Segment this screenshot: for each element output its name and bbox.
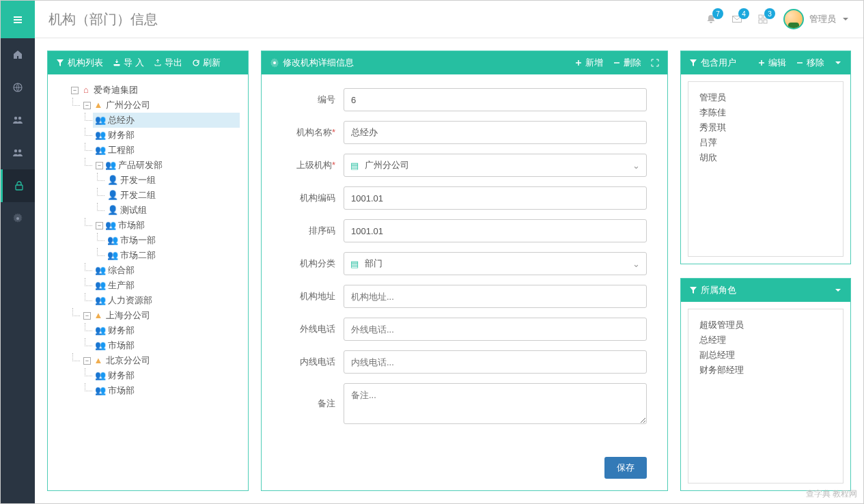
select-category[interactable] (344, 252, 647, 275)
list-item[interactable]: 超级管理员 (697, 318, 835, 333)
add-button[interactable]: 新增 (574, 57, 603, 69)
user-menu[interactable]: 管理员 (783, 9, 850, 29)
users-edit-button[interactable]: 编辑 (757, 57, 786, 69)
users-panel-title: 包含用户 (689, 57, 736, 69)
tree-node[interactable]: 👥市场部 (93, 383, 240, 398)
tree-node[interactable]: 👤测试组 (105, 203, 240, 218)
tree-node[interactable]: 👥工程部 (93, 143, 240, 158)
input-address[interactable] (344, 285, 647, 308)
tree-node[interactable]: 👥市场部 (93, 338, 240, 353)
nav-settings[interactable] (1, 202, 35, 235)
tree-node[interactable]: 👥财务部 (93, 368, 240, 383)
org-tree: −⌂爱奇迪集团 −▲广州分公司 👥总经办 👥财务部 👥工程部 (48, 74, 248, 490)
filter-icon (689, 59, 697, 67)
list-item[interactable]: 李陈佳 (697, 105, 835, 120)
tree-node-sh[interactable]: −▲上海分公司 (81, 308, 240, 323)
tree-node[interactable]: −👥市场部 (93, 218, 240, 233)
users-icon (12, 115, 23, 126)
tree-node[interactable]: 👥生产部 (93, 278, 240, 293)
plus-icon (574, 59, 583, 67)
tree-node[interactable]: 👥市场一部 (105, 233, 240, 248)
label-category: 机构分类 (282, 257, 344, 270)
delete-button[interactable]: 删除 (613, 57, 641, 69)
chevron-down-icon[interactable] (834, 59, 842, 67)
person-icon: 👤 (108, 188, 117, 203)
tree-node[interactable]: −👥产品研发部 (93, 158, 240, 173)
export-button[interactable]: 导出 (154, 57, 182, 69)
nav-users[interactable] (1, 104, 35, 137)
tree-node-zjb[interactable]: 👥总经办 (93, 113, 240, 128)
collapse-icon[interactable]: − (96, 162, 103, 169)
tree-node[interactable]: 👥人力资源部 (93, 293, 240, 308)
nav-globe[interactable] (1, 71, 35, 104)
select-parent[interactable] (344, 154, 647, 177)
label-phone-ext: 外线电话 (282, 323, 344, 335)
input-phone-int[interactable] (344, 350, 647, 374)
tree-node[interactable]: 👥综合部 (93, 263, 240, 278)
roles-panel-title: 所属角色 (689, 284, 736, 296)
list-item[interactable]: 副总经理 (697, 348, 835, 363)
label-remark: 备注 (282, 397, 344, 410)
group-icon: 👥 (96, 263, 105, 278)
collapse-icon[interactable]: − (83, 357, 91, 365)
tree-node[interactable]: 👥财务部 (93, 323, 240, 338)
svg-rect-8 (759, 15, 762, 18)
tree-root[interactable]: −⌂爱奇迪集团 (68, 83, 240, 98)
list-item[interactable]: 财务部经理 (697, 363, 835, 378)
nav-home[interactable] (1, 38, 35, 71)
tree-node[interactable]: 👤开发二组 (105, 188, 240, 203)
input-phone-ext[interactable] (344, 318, 647, 341)
label-name: 机构名称* (282, 126, 344, 139)
tree-node-bj[interactable]: −▲北京分公司 (81, 353, 240, 368)
list-item[interactable]: 秀景琪 (697, 120, 835, 135)
svg-point-3 (14, 150, 17, 152)
nav-lock[interactable] (1, 169, 35, 202)
tree-node-gz[interactable]: −▲广州分公司 (81, 98, 240, 113)
notifications-button[interactable]: 7 (706, 14, 716, 25)
input-sort[interactable] (344, 219, 647, 242)
roles-panel: 所属角色 超级管理员 总经理 副总经理 财务部经理 (680, 278, 851, 492)
nav-users2[interactable] (1, 137, 35, 169)
org-detail-panel: 修改机构详细信息 新增 删除 编号 (261, 51, 668, 491)
company-icon: ▲ (94, 353, 103, 368)
input-id[interactable] (344, 88, 647, 111)
watermark: 查字典 教程网 (806, 488, 857, 500)
list-item[interactable]: 管理员 (697, 90, 835, 105)
list-item[interactable]: 吕萍 (697, 135, 835, 150)
fullscreen-button[interactable] (651, 59, 659, 67)
person-icon: 👤 (108, 203, 117, 218)
collapse-icon[interactable]: − (83, 102, 91, 109)
tree-node[interactable]: 👥市场二部 (105, 248, 240, 263)
org-tree-panel: 机构列表 导 入 导出 刷新 (47, 51, 249, 491)
label-code: 机构编码 (282, 192, 344, 204)
group-icon: 👥 (106, 218, 115, 233)
collapse-icon[interactable]: − (83, 312, 91, 320)
label-parent: 上级机构* (282, 159, 344, 171)
list-item[interactable]: 胡欣 (697, 150, 835, 165)
grid-button[interactable]: 3 (757, 14, 768, 25)
users-remove-button[interactable]: 移除 (796, 57, 824, 69)
list-item[interactable]: 总经理 (697, 333, 835, 348)
group-icon: 👥 (96, 323, 105, 338)
globe-icon (12, 82, 23, 93)
nav-toggle[interactable] (1, 1, 35, 38)
refresh-button[interactable]: 刷新 (192, 57, 221, 69)
input-remark[interactable] (344, 383, 647, 424)
input-name[interactable] (344, 121, 647, 144)
tree-node[interactable]: 👥财务部 (93, 128, 240, 143)
input-code[interactable] (344, 186, 647, 210)
save-button[interactable]: 保存 (604, 457, 647, 479)
filter-icon (689, 286, 697, 294)
company-icon: ▲ (94, 98, 103, 113)
import-button[interactable]: 导 入 (113, 57, 144, 69)
mail-button[interactable]: 4 (731, 14, 742, 25)
group-icon: 👥 (108, 233, 117, 248)
tree-node[interactable]: 👤开发一组 (105, 173, 240, 188)
chevron-down-icon[interactable] (834, 286, 842, 294)
user-name: 管理员 (809, 13, 836, 25)
nav-sidebar (1, 1, 35, 503)
form-panel-title: 修改机构详细信息 (270, 57, 354, 69)
group-icon: 👥 (108, 248, 117, 263)
collapse-icon[interactable]: − (71, 87, 79, 94)
collapse-icon[interactable]: − (96, 222, 103, 229)
